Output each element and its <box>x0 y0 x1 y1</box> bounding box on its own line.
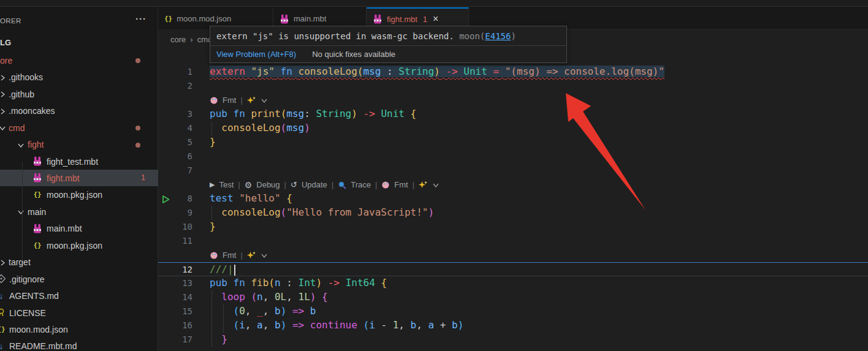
view-problem-link[interactable]: View Problem (Alt+F8) <box>216 50 296 59</box>
error-message: extern "js" is unsupported in wasm-gc ba… <box>216 31 459 41</box>
tree-item-main[interactable]: main <box>0 203 158 220</box>
indent-guide <box>211 304 212 319</box>
moonbit-icon <box>32 224 42 233</box>
code-line-content: } <box>210 135 216 149</box>
code-line-6[interactable]: 6 <box>158 149 868 164</box>
tree-item--mooncakes[interactable]: .mooncakes <box>0 103 158 119</box>
line-number: 1 <box>158 65 210 79</box>
tree-item--githooks[interactable]: .githooks <box>0 69 158 86</box>
tree-indent-guide <box>22 162 23 261</box>
tree-item-moon-pkg-json[interactable]: {}moon.pkg.json <box>0 237 158 254</box>
vscode-window: ORER ··· LG ore.githooks.github.mooncake… <box>0 0 868 351</box>
codelens-action-test[interactable]: Test <box>219 180 234 189</box>
code-line-content: pub fn fib(n : Int) -> Int64 { <box>210 276 387 290</box>
tree-item--github[interactable]: .github <box>0 86 158 102</box>
tree-item-cmd[interactable]: cmd <box>0 119 158 136</box>
breadcrumb-item-core[interactable]: core <box>170 35 186 44</box>
code-line-17[interactable]: 17 } <box>158 333 868 347</box>
code-line-16[interactable]: 16 (i, a, b) => continue (i - 1, b, a + … <box>158 319 868 333</box>
code-line-4[interactable]: 4 consoleLog(msg) <box>158 121 868 135</box>
tree-item-moon-mod-json[interactable]: {}moon.mod.json <box>0 322 158 338</box>
tree-item-label: moon.mod.json <box>9 325 68 334</box>
code-line-1[interactable]: 1extern "js" fn consoleLog(msg : String)… <box>158 65 868 79</box>
line-number: 17 <box>158 333 210 347</box>
code-line-13[interactable]: 13pub fn fib(n : Int) -> Int64 { <box>158 276 868 290</box>
tree-item-label: cmd <box>9 123 25 133</box>
tree-item-fight-test-mbt[interactable]: fight_test.mbt <box>0 153 158 170</box>
codelens-action-fmt[interactable]: Fmt <box>394 180 408 189</box>
line-number: 3 <box>158 107 210 121</box>
codelens-action-update[interactable]: Update <box>302 180 327 189</box>
code-line-8[interactable]: 8test "hello" { <box>158 192 868 206</box>
codelens-separator: | <box>284 180 286 189</box>
tab-label: fight.mbt <box>387 15 417 24</box>
moonbit-icon <box>280 14 289 24</box>
error-source-suffix: ) <box>511 31 516 41</box>
tree-item--gitignore[interactable]: .gitignore <box>0 271 158 287</box>
code-line-2[interactable]: 2 <box>158 79 868 93</box>
more-actions-icon[interactable]: ··· <box>135 13 147 24</box>
error-code-link[interactable]: E4156 <box>485 31 511 41</box>
markdown-icon: ↓ <box>0 291 4 301</box>
codelens-separator: | <box>240 96 242 105</box>
workspace-section-header[interactable]: LG <box>0 38 11 47</box>
code-line-3[interactable]: 3pub fn print(msg: String) -> Unit { <box>158 107 868 121</box>
moonbit-icon <box>373 14 383 24</box>
codelens-action-trace[interactable]: Trace <box>351 180 371 189</box>
tree-item-label: .gitignore <box>9 274 45 284</box>
chevron-right-icon <box>0 74 7 82</box>
indent-guide <box>223 304 224 319</box>
code-line-9[interactable]: 9 consoleLog("Hello from JavaScript!") <box>158 206 868 220</box>
line-number: 9 <box>158 206 210 220</box>
palette-icon <box>210 251 218 260</box>
code-line-5[interactable]: 5} <box>158 135 868 149</box>
magnifier-icon <box>338 181 346 189</box>
code-line-content: } <box>210 333 227 347</box>
tree-item-label: fight.mbt <box>47 173 80 183</box>
indent-guide <box>223 319 224 333</box>
code-editor[interactable]: Fmt|1extern "js" fn consoleLog(msg : Str… <box>158 51 868 351</box>
modified-dot-badge <box>135 126 140 130</box>
code-line-14[interactable]: 14 loop (n, 0L, 1L) { <box>158 290 868 304</box>
code-line-content: ///| <box>210 263 235 276</box>
tree-item-main-mbt[interactable]: main.mbt <box>0 221 158 237</box>
tree-item-license[interactable]: LICENSE <box>0 304 158 321</box>
chevron-down-icon <box>17 141 25 149</box>
chevron-down-icon <box>261 97 268 104</box>
codelens-action-debug[interactable]: Debug <box>256 180 280 189</box>
code-line-10[interactable]: 10} <box>158 220 868 234</box>
tree-item-agents-md[interactable]: ↓AGENTS.md <box>0 288 158 304</box>
tree-item-target[interactable]: target <box>0 254 158 271</box>
tree-item-label: AGENTS.md <box>9 291 59 301</box>
codelens-separator: | <box>375 180 377 189</box>
tree-item-ore[interactable]: ore <box>0 52 158 69</box>
code-line-content: extern "js" fn consoleLog(msg : String) … <box>210 65 664 79</box>
tree-item-label: fight <box>28 140 44 149</box>
code-line-content: pub fn print(msg: String) -> Unit { <box>210 107 416 121</box>
json-icon: {} <box>33 191 41 198</box>
codelens-row: Fmt| <box>158 248 868 262</box>
code-line-content: } <box>210 220 216 234</box>
codelens-action-fmt[interactable]: Fmt <box>223 96 236 105</box>
tree-item-fight[interactable]: fight <box>0 137 158 153</box>
tab-error-count-badge: 1 <box>423 15 427 24</box>
tree-item-fight-mbt[interactable]: fight.mbt1 <box>0 170 158 186</box>
tree-item-readme-mbt-md[interactable]: ↓README.mbt.md <box>0 338 158 351</box>
tree-item-moon-pkg-json[interactable]: {}moon.pkg.json <box>0 187 158 203</box>
codelens-row: Fmt| <box>158 93 868 107</box>
code-line-12[interactable]: 12///| <box>158 262 868 276</box>
json-icon: {} <box>33 241 41 249</box>
chevron-down-icon <box>432 181 440 189</box>
chevron-right-icon <box>0 90 7 99</box>
tree-item-label: LICENSE <box>9 308 46 318</box>
tree-item-label: README.mbt.md <box>9 341 77 351</box>
line-number: 10 <box>158 220 210 234</box>
close-icon[interactable]: × <box>433 14 438 24</box>
tree-item-label: main <box>28 207 46 217</box>
indent-guide <box>211 206 212 220</box>
code-line-7[interactable]: 7 <box>158 164 868 178</box>
code-line-11[interactable]: 11 <box>158 234 868 248</box>
code-line-15[interactable]: 15 (0, _, b) => b <box>158 304 868 319</box>
codelens-action-fmt[interactable]: Fmt <box>223 251 236 260</box>
line-number: 15 <box>158 304 210 319</box>
